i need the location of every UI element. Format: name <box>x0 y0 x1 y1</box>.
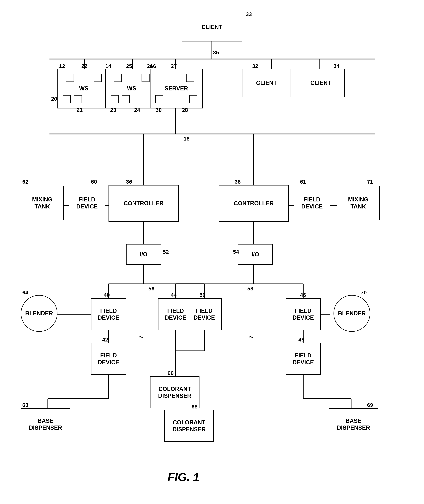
ref-61: 61 <box>300 179 306 185</box>
io54-label: I/O <box>251 251 259 258</box>
blender64-label: BLENDER <box>25 310 53 317</box>
ref-52: 52 <box>163 249 169 255</box>
blender70-label: BLENDER <box>338 310 366 317</box>
basedispenser63-box: BASEDISPENSER <box>21 408 70 440</box>
ws1-box: WS <box>57 68 110 108</box>
ref-20: 20 <box>51 96 57 102</box>
ref-48: 48 <box>299 337 305 343</box>
client34-label: CLIENT <box>310 80 331 86</box>
colorantdispenser66-label: COLORANTDISPENSER <box>158 386 191 399</box>
ref-64: 64 <box>22 289 28 296</box>
ref-32: 32 <box>252 63 258 69</box>
svg-text:~: ~ <box>139 332 143 341</box>
mixingtank62-label: MIXINGTANK <box>32 196 52 210</box>
basedispenser63-label: BASEDISPENSER <box>29 417 62 431</box>
ref-18: 18 <box>183 135 190 142</box>
mixingtank71-box: MIXINGTANK <box>337 186 380 220</box>
ref-27: 27 <box>171 63 177 69</box>
ref-23: 23 <box>110 107 116 113</box>
controller38-label: CONTROLLER <box>234 200 274 207</box>
ref-16: 16 <box>150 63 156 69</box>
server-box: SERVER <box>150 68 203 108</box>
ref-60: 60 <box>91 179 97 185</box>
controller36-box: CONTROLLER <box>108 185 179 222</box>
client32-label: CLIENT <box>256 80 277 86</box>
ref-40: 40 <box>104 292 110 298</box>
ref-28: 28 <box>182 107 188 113</box>
mixingtank71-label: MIXINGTANK <box>348 196 368 210</box>
io52-box: I/O <box>126 244 161 265</box>
ref-36: 36 <box>126 179 132 185</box>
ref-71: 71 <box>367 179 373 185</box>
diagram: ~ ~ CLIENT 33 35 WS 12 22 20 21 WS 14 25… <box>0 0 424 504</box>
client32-box: CLIENT <box>243 68 290 97</box>
fielddevice50-box: FIELDDEVICE <box>187 298 222 330</box>
colorantdispenser68-box: COLORANTDISPENSER <box>164 410 214 442</box>
ref-54: 54 <box>233 249 239 255</box>
fielddevice50-label: FIELDDEVICE <box>193 307 215 321</box>
controller36-label: CONTROLLER <box>124 200 164 207</box>
ref-21: 21 <box>77 107 83 113</box>
ref-38: 38 <box>235 179 241 185</box>
ref-35: 35 <box>213 49 219 56</box>
ref-50: 50 <box>200 292 206 298</box>
ref-44: 44 <box>171 292 177 298</box>
ref-62: 62 <box>22 179 28 185</box>
fielddevice44-label: FIELDDEVICE <box>165 307 186 321</box>
ws2-label: WS <box>127 85 136 92</box>
ref-12: 12 <box>59 63 65 69</box>
ref-66: 66 <box>168 370 174 376</box>
fielddevice46-box: FIELDDEVICE <box>286 298 321 330</box>
ref-68: 68 <box>192 404 198 410</box>
fielddevice60-label: FIELDDEVICE <box>76 196 98 210</box>
svg-text:~: ~ <box>249 332 254 341</box>
fielddevice46-label: FIELDDEVICE <box>293 307 314 321</box>
ref-69: 69 <box>367 402 373 408</box>
ref-22: 22 <box>81 63 87 69</box>
fielddevice60-box: FIELDDEVICE <box>69 186 105 220</box>
client34-box: CLIENT <box>297 68 345 97</box>
controller38-box: CONTROLLER <box>219 185 289 222</box>
fielddevice48-box: FIELDDEVICE <box>286 343 321 375</box>
ref-34: 34 <box>334 63 340 69</box>
fielddevice40-box: FIELDDEVICE <box>91 298 126 330</box>
fielddevice42-box: FIELDDEVICE <box>91 343 126 375</box>
fielddevice61-label: FIELDDEVICE <box>301 196 323 210</box>
ref-25: 25 <box>126 63 132 69</box>
colorantdispenser68-label: COLORANTDISPENSER <box>173 419 206 433</box>
basedispenser69-box: BASEDISPENSER <box>329 408 378 440</box>
client-top-label: CLIENT <box>202 24 222 31</box>
ref-14: 14 <box>105 63 111 69</box>
ref-46: 46 <box>300 292 306 298</box>
ref-56: 56 <box>148 285 155 292</box>
blender64-circle: BLENDER <box>21 295 57 332</box>
fielddevice40-label: FIELDDEVICE <box>98 307 119 321</box>
ref-42: 42 <box>102 337 108 343</box>
figure-label: FIG. 1 <box>168 471 200 484</box>
mixingtank62-box: MIXINGTANK <box>21 186 64 220</box>
fielddevice61-box: FIELDDEVICE <box>294 186 330 220</box>
blender70-circle: BLENDER <box>334 295 370 332</box>
io54-box: I/O <box>238 244 273 265</box>
fielddevice42-label: FIELDDEVICE <box>98 352 119 366</box>
ref-24: 24 <box>134 107 140 113</box>
ref-58: 58 <box>247 285 253 292</box>
ref-63: 63 <box>22 402 28 408</box>
io52-label: I/O <box>140 251 147 258</box>
ref-70: 70 <box>361 289 367 296</box>
basedispenser69-label: BASEDISPENSER <box>337 417 370 431</box>
ref-30: 30 <box>156 107 162 113</box>
ws1-label: WS <box>79 85 88 92</box>
fielddevice48-label: FIELDDEVICE <box>293 352 314 366</box>
ref-33: 33 <box>246 11 252 17</box>
client-top-box: CLIENT <box>182 13 242 42</box>
server-label: SERVER <box>164 85 188 92</box>
